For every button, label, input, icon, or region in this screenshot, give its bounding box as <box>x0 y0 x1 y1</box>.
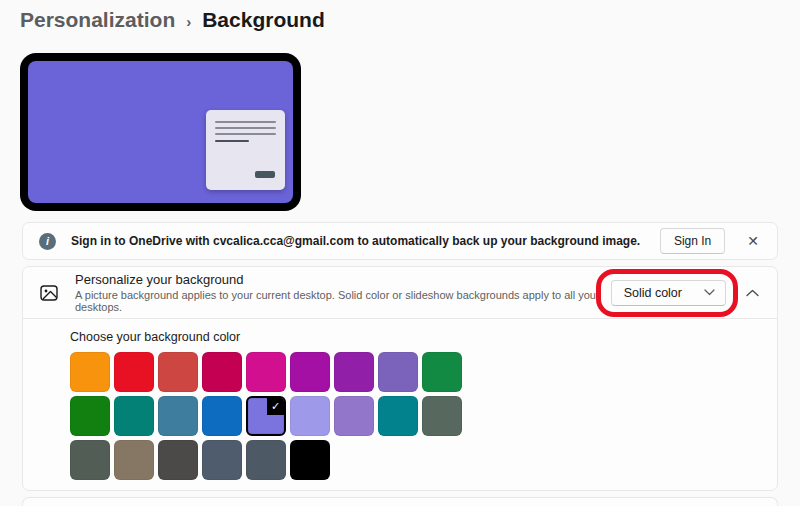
mock-text-line <box>215 133 276 135</box>
color-swatch[interactable] <box>70 352 110 392</box>
breadcrumb: Personalization › Background <box>20 8 325 32</box>
selected-check-icon: ✓ <box>267 398 284 415</box>
color-swatch[interactable] <box>114 440 154 480</box>
chevron-up-icon <box>746 289 759 297</box>
color-swatch[interactable] <box>334 396 374 436</box>
onedrive-signin-banner: i Sign in to OneDrive with cvcalica.cca@… <box>22 222 778 260</box>
personalize-background-card: Personalize your background A picture ba… <box>22 266 778 491</box>
color-swatch[interactable] <box>158 352 198 392</box>
color-swatch[interactable] <box>114 352 154 392</box>
dropdown-selected-value: Solid color <box>624 286 682 300</box>
color-swatch[interactable] <box>290 352 330 392</box>
color-swatch[interactable] <box>70 396 110 436</box>
background-type-dropdown-wrap: Solid color <box>611 280 726 306</box>
color-swatch[interactable] <box>378 352 418 392</box>
background-color-section: Choose your background color ✓ <box>23 319 777 480</box>
sign-in-button[interactable]: Sign In <box>660 228 725 254</box>
next-settings-card-partial[interactable] <box>22 497 778 506</box>
color-swatch[interactable] <box>114 396 154 436</box>
mock-text-line <box>215 127 276 129</box>
mock-window-button <box>255 171 275 178</box>
color-swatch[interactable] <box>422 352 462 392</box>
color-swatch[interactable] <box>202 440 242 480</box>
color-swatch[interactable] <box>202 352 242 392</box>
personalize-description: A picture background applies to your cur… <box>75 289 603 313</box>
info-icon: i <box>39 233 56 250</box>
preview-screen <box>28 61 293 203</box>
background-type-dropdown[interactable]: Solid color <box>611 280 726 306</box>
swatch-row: ✓ <box>70 396 761 436</box>
color-swatch[interactable] <box>158 396 198 436</box>
color-grid: ✓ <box>70 352 761 480</box>
mock-text-line <box>215 140 249 142</box>
desktop-preview-monitor <box>20 53 301 211</box>
swatch-row <box>70 352 761 392</box>
swatch-row <box>70 440 761 480</box>
banner-message: Sign in to OneDrive with cvcalica.cca@gm… <box>71 234 660 248</box>
color-swatch[interactable] <box>202 396 242 436</box>
page-title: Background <box>202 8 325 32</box>
mock-text-line <box>215 121 276 123</box>
color-swatch[interactable] <box>290 396 330 436</box>
color-swatch[interactable] <box>246 352 286 392</box>
preview-mock-window <box>206 110 285 190</box>
color-swatch[interactable]: ✓ <box>246 396 286 436</box>
color-swatch[interactable] <box>378 396 418 436</box>
color-swatch[interactable] <box>70 440 110 480</box>
collapse-expander-button[interactable] <box>744 283 761 302</box>
close-icon[interactable]: ✕ <box>743 231 763 251</box>
personalize-background-header: Personalize your background A picture ba… <box>23 267 777 319</box>
color-swatch[interactable] <box>290 440 330 480</box>
choose-color-label: Choose your background color <box>70 330 761 344</box>
personalize-text-block: Personalize your background A picture ba… <box>75 272 603 313</box>
breadcrumb-parent[interactable]: Personalization <box>20 8 175 32</box>
color-swatch[interactable] <box>158 440 198 480</box>
breadcrumb-separator-icon: › <box>186 13 191 30</box>
picture-icon <box>39 283 59 303</box>
color-swatch[interactable] <box>422 396 462 436</box>
personalize-title: Personalize your background <box>75 272 603 287</box>
color-swatch[interactable] <box>246 440 286 480</box>
chevron-down-icon <box>704 289 715 296</box>
color-swatch[interactable] <box>334 352 374 392</box>
